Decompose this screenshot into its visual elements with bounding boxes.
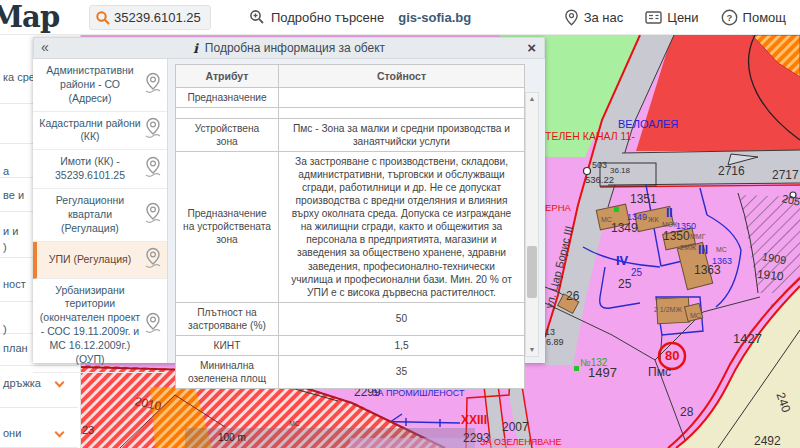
pin-icon: [564, 9, 579, 26]
value-cell: 1,5: [279, 335, 525, 355]
map-label: ЖК: [648, 216, 659, 223]
map-label: 1427: [733, 332, 762, 345]
layer-item-label: Кадастрални райони (КК): [39, 117, 141, 145]
collapse-panel-button[interactable]: «: [41, 39, 49, 55]
map-label: 2716: [718, 165, 745, 177]
top-nav: За нас Цени ? Помощ: [564, 9, 800, 26]
map-label: 1349: [611, 222, 638, 234]
map-label: Пмс: [648, 366, 671, 378]
map-label: 2007: [502, 421, 529, 433]
map-label: ЗА ПРОМИШЛЕНОСТ: [372, 389, 465, 398]
top-bar: Map Подробно търсене gis-sofia.bg: [0, 0, 800, 35]
layer-pin-icon: [141, 312, 165, 338]
advanced-search-label: Подробно търсене: [271, 10, 384, 25]
map-label: XXIII: [461, 414, 487, 426]
help-icon: ?: [721, 9, 738, 26]
nav-label: Помощ: [743, 10, 786, 25]
map-label: 2 1/2МЖ: [654, 306, 682, 313]
app-logo[interactable]: Map: [0, 0, 83, 35]
layer-item[interactable]: Имоти (КК) - 35239.6101.25: [33, 150, 167, 189]
attribute-panel: Атрибут Стойност ПредназначениеУстройств…: [168, 59, 545, 363]
search-input[interactable]: [114, 6, 208, 29]
value-cell: Пмс - Зона за малки и средни производств…: [279, 119, 525, 152]
sidebar-item-fragment: ): [3, 241, 7, 253]
value-cell: 35: [279, 355, 525, 388]
map-label: 36.18: [610, 167, 630, 175]
map-label: 2МЖ: [680, 244, 696, 251]
value-cell: За застрояване с производствени, складов…: [279, 152, 525, 303]
map-label: 1351: [630, 193, 657, 205]
table-row: КИНТ1,5: [176, 335, 525, 355]
info-icon: i: [193, 41, 198, 56]
layer-item[interactable]: Кадастрални райони (КК): [33, 112, 167, 151]
layer-item[interactable]: УПИ (Регулация): [33, 242, 167, 279]
attribute-cell: КИНТ: [176, 335, 279, 355]
sidebar-divider: [0, 407, 78, 408]
map-label: 1350: [663, 230, 690, 242]
attribute-cell: [176, 108, 279, 119]
table-row: Предназначение: [176, 88, 525, 108]
panel-title-text: Подробна информация за обект: [205, 41, 385, 55]
map-label: 26: [566, 290, 579, 302]
close-icon[interactable]: ×: [527, 39, 536, 56]
sidebar-item-fragment: ност: [3, 278, 26, 290]
layer-pin-icon: [141, 247, 165, 273]
search-icon: [95, 10, 111, 26]
layer-item[interactable]: Регулационни квартали (Регулация): [33, 189, 167, 242]
object-info-panel: « i Подробна информация за обект × Админ…: [33, 37, 545, 363]
chevron-down-icon[interactable]: [55, 378, 65, 388]
layer-item-label: Урбанизирани територии (окончателен прое…: [39, 284, 141, 367]
table-row: Мининална озеленена площ35: [176, 355, 525, 388]
table-row: Плътност на застрояване (%)50: [176, 302, 525, 335]
layer-item[interactable]: Административни райони - СО (Адреси): [33, 59, 167, 112]
column-header-value: Стойност: [279, 65, 525, 88]
chevron-down-icon[interactable]: [55, 428, 65, 438]
column-header-attribute: Атрибут: [176, 65, 279, 88]
nav-item-prices[interactable]: Цени: [645, 10, 698, 25]
map-label: 1910: [756, 268, 784, 282]
app-window: ВЕЛОАЛЕЯТЕЛЕН КАНАЛ 11-ЕРНА503536.2236.1…: [0, 0, 800, 448]
layer-pin-icon: [141, 202, 165, 228]
map-label: 2717: [772, 169, 799, 181]
table-scrollbar[interactable]: ▲ ▼: [525, 92, 539, 357]
map-label: ТЕЛЕН КАНАЛ 11-: [545, 131, 635, 142]
layer-pin-icon: [141, 117, 165, 143]
map-label: 100 m: [218, 433, 246, 443]
map-label: 2492: [754, 435, 781, 447]
panel-title: i Подробна информация за обект: [193, 41, 385, 56]
sidebar-item-fragment: а: [3, 165, 9, 177]
scroll-up-icon[interactable]: ▲: [526, 93, 538, 105]
value-cell: 50: [279, 302, 525, 335]
sidebar-item-fragment[interactable]: дръжка: [3, 377, 41, 389]
map-label: 6.89: [546, 338, 564, 347]
table-row: [176, 108, 525, 119]
attribute-cell: Предназначение: [176, 88, 279, 108]
nav-item-help[interactable]: ? Помощ: [721, 9, 786, 26]
sidebar-item-fragment: ): [3, 323, 7, 335]
sidebar-item-fragment: план: [3, 342, 28, 354]
layer-list: Административни райони - СО (Адреси) Кад…: [33, 59, 168, 363]
map-label: ВЕЛОАЛЕЯ: [618, 119, 678, 130]
table-row: Предназначение на устройствената зонаЗа …: [176, 152, 525, 303]
map-label: ЕРНА: [545, 203, 571, 213]
scrollbar-thumb[interactable]: [527, 246, 537, 299]
advanced-search-link[interactable]: Подробно търсене: [249, 9, 384, 25]
layer-item-label: Административни райони - СО (Адреси): [39, 64, 141, 106]
layer-item[interactable]: Урбанизирани територии (окончателен прое…: [33, 279, 167, 373]
map-label: 13: [545, 328, 555, 337]
svg-text:?: ?: [726, 12, 732, 23]
search-box: [89, 5, 211, 30]
site-link[interactable]: gis-sofia.bg: [398, 10, 471, 25]
layer-item-label: Имоти (КК) - 35239.6101.25: [39, 155, 141, 183]
map-label: МС: [690, 312, 701, 319]
nav-item-about[interactable]: За нас: [564, 9, 624, 26]
layer-item-label: УПИ (Регулация): [39, 253, 141, 267]
scroll-down-icon[interactable]: ▼: [526, 344, 538, 356]
table-row: Устройствена зонаПмс - Зона за малки и с…: [176, 119, 525, 152]
map-label: 25: [631, 268, 642, 278]
nav-label: Цени: [667, 10, 698, 25]
map-label: 25: [618, 278, 631, 290]
map-label: ММГ: [690, 233, 705, 240]
sidebar-item-fragment[interactable]: они: [3, 427, 21, 439]
attribute-cell: Мининална озеленена площ: [176, 355, 279, 388]
